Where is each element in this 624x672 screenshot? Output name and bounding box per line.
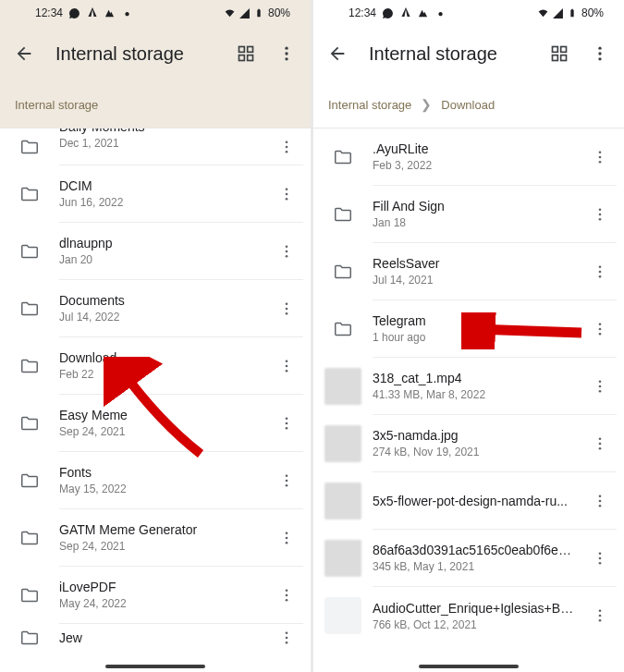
- folder-icon: [0, 299, 59, 319]
- item-more-button[interactable]: [270, 395, 303, 452]
- item-more-button[interactable]: [270, 165, 303, 223]
- list-item[interactable]: Fill And SignJan 18: [313, 186, 624, 243]
- item-more-button[interactable]: [270, 509, 303, 567]
- list-item[interactable]: GATM Meme GeneratorSep 24, 2021: [0, 509, 311, 567]
- item-more-button[interactable]: [270, 280, 303, 337]
- svg-point-32: [286, 593, 288, 596]
- svg-point-27: [286, 483, 288, 486]
- folder-icon: [0, 184, 59, 204]
- list-item[interactable]: iLovePDFMay 24, 2022: [0, 567, 311, 624]
- more-menu-button[interactable]: [274, 41, 300, 67]
- svg-point-18: [286, 312, 288, 314]
- view-grid-button[interactable]: [233, 41, 259, 67]
- file-thumbnail: [313, 425, 373, 462]
- svg-point-67: [599, 561, 602, 564]
- status-bar: 12:34 ● 80%: [0, 0, 311, 26]
- more-menu-button[interactable]: [587, 41, 613, 67]
- battery-percent: 80%: [581, 6, 604, 19]
- breadcrumb-item[interactable]: Internal storage: [328, 98, 411, 112]
- wifi-icon: [224, 7, 236, 19]
- item-meta: 345 kB, May 1, 2021: [373, 560, 576, 573]
- view-grid-button[interactable]: [546, 41, 572, 67]
- item-more-button[interactable]: [270, 337, 303, 395]
- svg-point-16: [286, 302, 288, 305]
- list-item[interactable]: Jew: [0, 624, 311, 652]
- item-more-button[interactable]: [583, 358, 617, 415]
- svg-point-26: [286, 479, 288, 482]
- notification-dot-icon: ●: [434, 7, 447, 19]
- breadcrumb-item[interactable]: Internal storage: [15, 98, 98, 112]
- item-texts: DCIMJun 16, 2022: [59, 165, 270, 223]
- list-item[interactable]: 5x5-flower-pot-design-namda-ru...: [313, 472, 624, 530]
- item-more-button[interactable]: [583, 587, 617, 644]
- svg-rect-38: [561, 47, 567, 53]
- item-more-button[interactable]: [270, 128, 303, 165]
- file-list[interactable]: Daily MomentsDec 1, 2021DCIMJun 16, 2022…: [0, 128, 311, 672]
- list-item[interactable]: Easy MemeSep 24, 2021: [0, 395, 311, 452]
- list-item[interactable]: DocumentsJul 14, 2022: [0, 280, 311, 337]
- file-list[interactable]: .AyuRLiteFeb 3, 2022Fill And SignJan 18R…: [313, 128, 624, 672]
- item-name: iLovePDF: [59, 580, 263, 594]
- item-more-button[interactable]: [270, 624, 303, 652]
- list-item[interactable]: dlnaupnpJan 20: [0, 223, 311, 280]
- svg-point-20: [286, 364, 288, 367]
- list-item[interactable]: Telegram1 hour ago: [313, 300, 624, 358]
- list-item[interactable]: FontsMay 15, 2022: [0, 452, 311, 509]
- list-item[interactable]: Daily MomentsDec 1, 2021: [0, 128, 311, 165]
- item-meta: Jan 20: [59, 253, 263, 266]
- list-item[interactable]: 318_cat_1.mp441.33 MB, Mar 8, 2022: [313, 358, 624, 415]
- back-button[interactable]: [11, 41, 37, 67]
- svg-point-64: [599, 504, 602, 507]
- page-title: Internal storage: [55, 43, 184, 65]
- signal-icon: [552, 7, 564, 19]
- list-item[interactable]: 3x5-namda.jpg274 kB, Nov 19, 2021: [313, 415, 624, 472]
- item-name: Telegram: [373, 313, 576, 328]
- svg-point-6: [285, 57, 288, 60]
- item-more-button[interactable]: [270, 223, 303, 280]
- item-more-button[interactable]: [583, 472, 617, 530]
- svg-rect-37: [553, 47, 558, 53]
- svg-point-4: [285, 47, 288, 50]
- item-more-button[interactable]: [583, 530, 617, 587]
- item-name: .AyuRLite: [373, 141, 576, 156]
- item-more-button[interactable]: [583, 415, 617, 472]
- item-more-button[interactable]: [583, 300, 617, 358]
- list-item[interactable]: .AyuRLiteFeb 3, 2022: [313, 128, 624, 186]
- svg-point-41: [598, 47, 601, 50]
- breadcrumb-item[interactable]: Download: [441, 98, 495, 112]
- list-item[interactable]: 86af6a3d0391ac5165c0eab0f6e3...345 kB, M…: [313, 530, 624, 587]
- top-app-bar: Internal storage: [313, 26, 624, 81]
- home-indicator: [419, 665, 519, 668]
- svg-point-60: [599, 442, 602, 445]
- svg-point-53: [599, 323, 602, 325]
- app-icon-2: [104, 7, 116, 19]
- item-texts: 3x5-namda.jpg274 kB, Nov 19, 2021: [373, 415, 583, 472]
- item-more-button[interactable]: [583, 128, 617, 186]
- item-name: AudioCutter_Enrique+Iglesias+Bail...: [373, 601, 576, 616]
- list-item[interactable]: DownloadFeb 22: [0, 337, 311, 395]
- item-texts: ReelsSaverJul 14, 2021: [373, 243, 583, 300]
- svg-point-34: [286, 631, 288, 634]
- breadcrumb: Internal storage: [0, 81, 311, 128]
- svg-point-58: [599, 389, 602, 392]
- back-button[interactable]: [324, 41, 350, 67]
- svg-point-8: [286, 145, 288, 148]
- list-item[interactable]: AudioCutter_Enrique+Iglesias+Bail...766 …: [313, 587, 624, 644]
- item-more-button[interactable]: [270, 452, 303, 509]
- folder-icon: [313, 204, 373, 225]
- svg-point-56: [599, 380, 602, 383]
- item-more-button[interactable]: [583, 243, 617, 300]
- svg-point-49: [599, 217, 602, 220]
- svg-rect-1: [248, 47, 253, 53]
- app-icon: [399, 7, 411, 19]
- svg-point-28: [286, 531, 288, 534]
- file-thumbnail: [313, 483, 373, 519]
- list-item[interactable]: ReelsSaverJul 14, 2021: [313, 243, 624, 300]
- folder-icon: [313, 319, 373, 339]
- item-more-button[interactable]: [270, 567, 303, 624]
- list-item[interactable]: DCIMJun 16, 2022: [0, 165, 311, 223]
- svg-point-68: [599, 609, 602, 612]
- folder-icon: [0, 628, 59, 648]
- svg-point-61: [599, 446, 602, 449]
- item-more-button[interactable]: [583, 186, 617, 243]
